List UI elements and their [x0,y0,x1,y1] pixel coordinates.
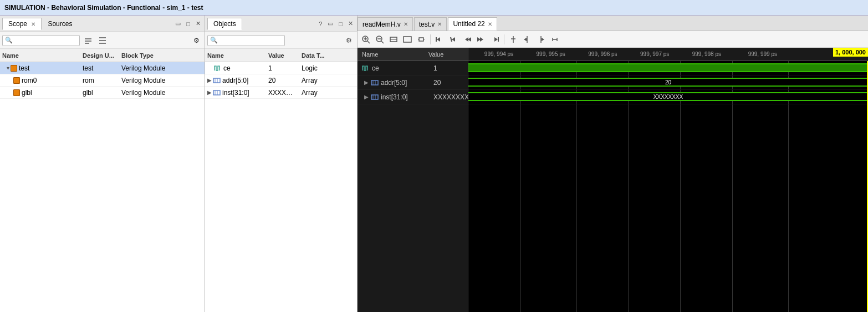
wave-tab-testv[interactable]: test.v ✕ [414,17,447,31]
tree-row[interactable]: glbl glbl Verilog Module [0,87,205,99]
zoom-out-btn[interactable] [374,33,386,46]
add-marker-btn[interactable] [507,33,519,46]
search-icon: 🔍 [210,37,218,44]
app-title: SIMULATION - Behavioral Simulation - Fun… [4,4,203,12]
expand-arrow[interactable]: ▶ [207,89,212,95]
wave-tracks[interactable]: 20 XXXXXXXX [468,61,868,312]
wave-sig-header: Name Value [358,48,468,61]
ce-signal-bar [468,63,868,72]
array-signal-icon [213,77,221,84]
wave-main-area: Name Value ce 1 ▶ [358,48,868,312]
wave-track-inst: XXXXXXXX [468,90,868,104]
wave-array-icon2 [371,94,379,100]
svg-rect-22 [419,38,423,41]
go-prev-btn[interactable] [447,33,459,46]
svg-line-17 [381,41,384,43]
wave-col-value: Value [424,51,448,58]
restore-btn[interactable]: ▭ [173,19,182,28]
array-signal-icon2 [213,89,221,96]
list-item[interactable]: ▶ addr[5:0] 20 Array [205,74,357,87]
main-layout: Scope ✕ Sources ▭ □ ✕ 🔍 ⚙ [0,16,868,312]
wave-tab-close3[interactable]: ✕ [488,21,492,27]
module-icon [13,89,20,96]
list-item[interactable]: ▶ inst[31:0] XXXXXXXX Array [205,87,357,99]
wave-tab-readmemh[interactable]: readMemH.v ✕ [358,17,413,31]
addr-value-text: 20 [665,79,671,85]
tb-sep2 [504,34,504,44]
list-item[interactable]: ce 1 Logic [205,62,357,74]
top-bar: SIMULATION - Behavioral Simulation - Fun… [0,0,868,16]
wave-expand-arrow[interactable]: ▶ [364,79,369,85]
wave-toolbar [358,31,868,48]
go-fwd-btn[interactable] [475,33,487,46]
objects-restore-btn[interactable]: ▭ [326,19,335,28]
scope-tree: ▾ test test Verilog Module rom0 rom Veri… [0,62,205,312]
scope-col-header: Name Design U... Block Type [0,49,205,62]
time-label-2: 999, 996 ps [588,51,617,57]
wave-expand-arrow2[interactable]: ▶ [364,94,369,100]
obj-col-name: Name [205,52,266,59]
time-label-4: 999, 998 ps [692,51,721,57]
go-start-btn[interactable] [433,33,446,46]
prev-marker-btn[interactable] [521,33,533,46]
module-icon [13,77,20,84]
collapse-all-btn[interactable] [82,34,94,47]
wave-timescale: 1, 000, 000 999, 994 ps 999, 995 ps 999,… [468,48,868,61]
objects-toolbar: 🔍 ⚙ [205,32,357,49]
zoom-in-btn[interactable] [360,33,372,46]
wave-array-icon [371,79,379,86]
sources-tab[interactable]: Sources [42,18,78,30]
objects-settings-btn[interactable]: ⚙ [343,34,355,47]
scope-search-input[interactable] [13,37,77,44]
svg-rect-40 [371,80,378,85]
scope-tab[interactable]: Scope ✕ [2,18,42,30]
time-label-3: 999, 997 ps [640,51,669,57]
wave-tab-untitled22[interactable]: Untitled 22 ✕ [448,17,497,31]
svg-marker-36 [542,38,544,41]
wave-signal-row-inst[interactable]: ▶ inst[31:0] XXXXXXXX [358,90,468,104]
objects-tab[interactable]: Objects [207,18,242,30]
lock-marker-btn[interactable] [549,33,561,46]
wave-track-ce [468,61,868,76]
scope-panel: Scope ✕ Sources ▭ □ ✕ 🔍 ⚙ [0,16,205,312]
wave-tab-close[interactable]: ✕ [404,21,408,27]
wave-tab-close2[interactable]: ✕ [437,21,442,27]
zoom-fit-btn[interactable] [387,33,400,46]
next-marker-btn[interactable] [535,33,547,46]
close-panel-btn[interactable]: ✕ [194,19,202,28]
objects-close-btn[interactable]: ✕ [346,19,355,28]
wave-logic-icon [362,65,370,72]
obj-col-datatype: Data T... [299,52,338,59]
go-next-btn[interactable] [489,33,501,46]
svg-marker-29 [494,37,498,42]
objects-search-input[interactable] [218,37,282,44]
expand-arrow[interactable]: ▾ [7,65,9,71]
time-label-5: 999, 999 ps [748,51,777,57]
go-back-btn[interactable] [461,33,473,46]
objects-search-box[interactable]: 🔍 [207,35,285,46]
waveform-panel: readMemH.v ✕ test.v ✕ Untitled 22 ✕ [358,16,868,312]
zoom-region-btn[interactable] [415,33,427,46]
col-design-unit: Design U... [80,52,119,59]
tree-row[interactable]: ▾ test test Verilog Module [0,62,205,74]
scope-tab-close[interactable]: ✕ [31,21,35,27]
objects-col-header: Name Value Data T... [205,49,357,62]
col-block-type: Block Type [119,52,180,59]
scope-settings-btn[interactable]: ⚙ [190,34,202,47]
wave-canvas-area: 1, 000, 000 999, 994 ps 999, 995 ps 999,… [468,48,868,312]
objects-panel-header: Objects ? ▭ □ ✕ [205,16,357,32]
wave-signal-row-ce[interactable]: ce 1 [358,61,468,76]
expand-all-btn[interactable] [96,34,109,47]
scope-toolbar: 🔍 ⚙ [0,32,205,49]
objects-maximize-btn[interactable]: □ [337,20,344,28]
scope-panel-header: Scope ✕ Sources ▭ □ ✕ [0,16,205,32]
tree-row[interactable]: rom0 rom Verilog Module [0,74,205,87]
obj-col-value: Value [266,52,299,59]
svg-line-13 [367,41,370,43]
wave-signal-row-addr[interactable]: ▶ addr[5:0] 20 [358,76,468,90]
objects-help-btn[interactable]: ? [317,20,324,28]
expand-arrow[interactable]: ▶ [207,77,212,83]
scope-search-box[interactable]: 🔍 [2,35,80,46]
zoom-full-btn[interactable] [401,33,413,46]
maximize-btn[interactable]: □ [185,20,192,28]
